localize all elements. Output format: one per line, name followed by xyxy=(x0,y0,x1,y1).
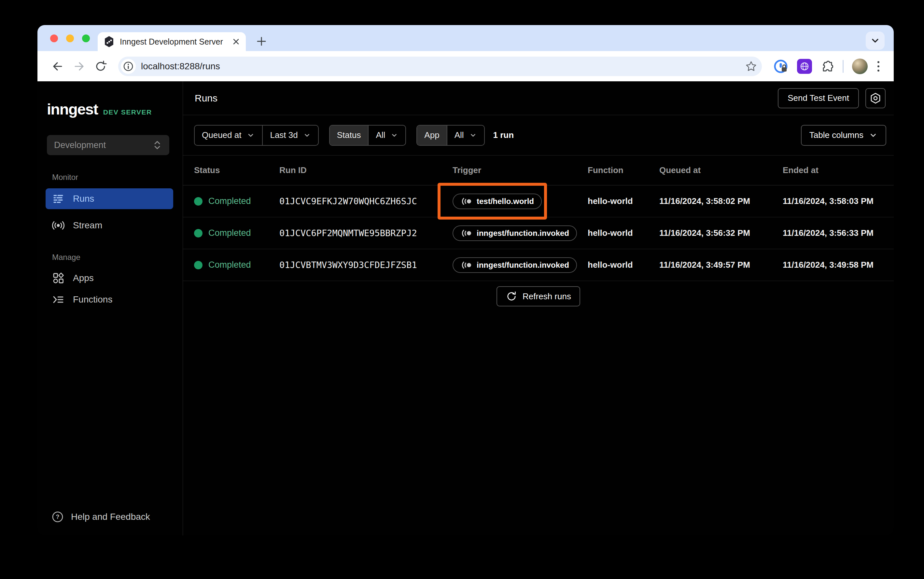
new-tab-button[interactable] xyxy=(254,34,269,49)
page-title: Runs xyxy=(195,93,217,104)
minimize-window-button[interactable] xyxy=(66,34,74,42)
browser-menu-icon[interactable] xyxy=(876,60,881,73)
table-row[interactable]: Completed 01JCVBTMV3WXY9D3CFDEJFZSB1 inn… xyxy=(183,249,894,281)
app-label: App xyxy=(424,130,439,140)
app-value: All xyxy=(455,130,464,140)
forward-icon[interactable] xyxy=(72,60,85,73)
trigger-badge[interactable]: inngest/function.invoked xyxy=(453,257,577,273)
help-label: Help and Feedback xyxy=(71,512,150,522)
run-id-cell: 01JCVC9EFKJ2W70WQHC6ZH6SJC xyxy=(279,196,453,206)
table-header-row: Status Run ID Trigger Function Queued at… xyxy=(183,155,894,185)
toolbar-divider xyxy=(843,60,844,73)
chevron-down-icon xyxy=(869,131,878,140)
sidebar-item-apps[interactable]: Apps xyxy=(46,268,173,288)
sidebar-item-label: Runs xyxy=(73,193,94,204)
stream-icon xyxy=(51,219,65,232)
status-dot xyxy=(194,197,202,206)
app-filter-select[interactable]: All xyxy=(447,126,484,145)
table-columns-label: Table columns xyxy=(809,130,863,140)
tab-close-icon[interactable] xyxy=(232,38,240,46)
status-cell: Completed xyxy=(194,260,279,270)
trigger-name: inngest/function.invoked xyxy=(477,260,569,270)
status-text: Completed xyxy=(208,260,251,270)
refresh-runs-label: Refresh runs xyxy=(523,291,571,301)
bookmark-star-icon[interactable] xyxy=(745,60,757,72)
app-filter: App All xyxy=(417,125,484,146)
send-test-event-button[interactable]: Send Test Event xyxy=(778,88,859,108)
back-icon[interactable] xyxy=(51,60,64,73)
queued-at-field-select[interactable]: Queued at xyxy=(195,126,262,145)
status-cell: Completed xyxy=(194,228,279,238)
browser-extension-icon[interactable] xyxy=(797,59,812,74)
trigger-name: test/hello.world xyxy=(477,197,534,206)
trigger-name: inngest/function.invoked xyxy=(477,229,569,238)
environment-selector[interactable]: Development xyxy=(47,135,169,155)
sidebar-item-functions[interactable]: Functions xyxy=(46,290,173,309)
help-and-feedback[interactable]: ? Help and Feedback xyxy=(38,511,183,523)
status-dot xyxy=(194,261,202,269)
url-text: localhost:8288/runs xyxy=(141,61,740,72)
reload-icon[interactable] xyxy=(94,60,107,73)
app-content: inngest DEV SERVER Development Monitor xyxy=(38,81,894,535)
close-window-button[interactable] xyxy=(50,34,58,42)
function-cell: hello-world xyxy=(588,228,659,238)
column-header-status: Status xyxy=(194,165,279,175)
runs-icon xyxy=(51,192,65,206)
status-filter-select[interactable]: All xyxy=(368,126,405,145)
environment-selector-value: Development xyxy=(54,140,106,150)
function-cell: hello-world xyxy=(588,260,659,270)
status-value: All xyxy=(376,130,385,140)
maximize-window-button[interactable] xyxy=(82,34,90,42)
table-row[interactable]: Completed 01JCVC6PF2MQNMTWE95BBRZPJ2 inn… xyxy=(183,217,894,249)
status-dot xyxy=(194,229,202,237)
filter-bar: Queued at Last 3d Status All xyxy=(183,115,894,155)
site-info-icon[interactable] xyxy=(121,59,136,74)
run-id-cell: 01JCVBTMV3WXY9D3CFDEJFZSB1 xyxy=(279,260,453,270)
sidebar-item-label: Functions xyxy=(73,294,112,305)
app-filter-label[interactable]: App xyxy=(417,126,446,145)
status-filter: Status All xyxy=(329,125,406,146)
functions-icon xyxy=(51,293,65,306)
queued-at-cell: 11/16/2024, 3:58:02 PM xyxy=(659,196,783,206)
profile-avatar[interactable] xyxy=(852,59,868,74)
event-trigger-icon xyxy=(460,197,472,206)
queued-at-label: Queued at xyxy=(202,130,241,140)
tab-search-button[interactable] xyxy=(866,31,885,50)
column-header-trigger: Trigger xyxy=(453,165,588,175)
time-range-select[interactable]: Last 3d xyxy=(262,126,318,145)
help-icon: ? xyxy=(51,511,64,523)
svg-text:?: ? xyxy=(56,514,59,520)
table-row[interactable]: Completed 01JCVC9EFKJ2W70WQHC6ZH6SJC tes… xyxy=(183,185,894,217)
status-label: Status xyxy=(337,130,361,140)
trigger-badge[interactable]: inngest/function.invoked xyxy=(453,226,577,241)
time-range-value: Last 3d xyxy=(270,130,297,140)
sidebar-item-runs[interactable]: Runs xyxy=(46,188,173,209)
browser-tab[interactable]: Inngest Development Server xyxy=(98,32,246,51)
browser-tab-strip: Inngest Development Server xyxy=(38,25,894,51)
sidebar-item-stream[interactable]: Stream xyxy=(46,216,173,235)
refresh-runs-button[interactable]: Refresh runs xyxy=(497,286,580,306)
ended-at-cell: 11/16/2024, 3:49:58 PM xyxy=(783,260,894,270)
status-filter-label[interactable]: Status xyxy=(330,126,368,145)
status-cell: Completed xyxy=(194,196,279,206)
dev-server-badge: DEV SERVER xyxy=(103,108,152,116)
table-columns-button[interactable]: Table columns xyxy=(801,125,886,146)
event-trigger-icon xyxy=(460,229,472,238)
address-bar[interactable]: localhost:8288/runs xyxy=(118,57,762,76)
trigger-badge[interactable]: test/hello.world xyxy=(453,193,542,209)
password-manager-extension-icon[interactable] xyxy=(773,59,789,74)
status-text: Completed xyxy=(208,228,251,238)
column-header-run-id: Run ID xyxy=(279,165,453,175)
main-header: Runs Send Test Event xyxy=(183,81,894,115)
settings-button[interactable] xyxy=(865,88,886,108)
extensions-puzzle-icon[interactable] xyxy=(821,59,834,73)
apps-icon xyxy=(51,271,65,285)
section-label-manage: Manage xyxy=(52,253,183,262)
queued-at-cell: 11/16/2024, 3:56:32 PM xyxy=(659,228,783,238)
tab-title: Inngest Development Server xyxy=(120,37,227,46)
ended-at-cell: 11/16/2024, 3:58:03 PM xyxy=(783,196,894,206)
chevron-down-icon xyxy=(391,131,398,139)
section-label-monitor: Monitor xyxy=(52,173,183,182)
queued-at-cell: 11/16/2024, 3:49:57 PM xyxy=(659,260,783,270)
chevron-down-icon xyxy=(303,131,311,139)
